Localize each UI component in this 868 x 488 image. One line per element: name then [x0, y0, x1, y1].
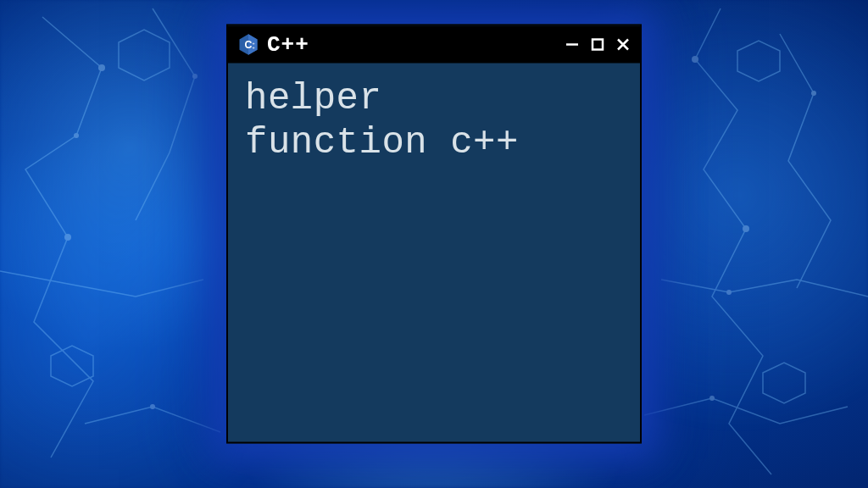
- close-button[interactable]: [615, 36, 632, 53]
- svg-point-6: [64, 234, 71, 241]
- window-titlebar: C + + C++: [228, 26, 640, 64]
- svg-point-13: [709, 396, 715, 401]
- svg-point-8: [692, 56, 698, 63]
- window-controls: [564, 36, 632, 53]
- svg-point-11: [726, 290, 732, 295]
- svg-rect-20: [593, 40, 603, 50]
- svg-point-12: [150, 404, 155, 409]
- svg-text:+: +: [253, 45, 255, 50]
- svg-marker-3: [763, 363, 805, 403]
- cpp-logo-icon: C + +: [236, 33, 260, 57]
- maximize-button[interactable]: [589, 36, 606, 53]
- svg-point-7: [192, 74, 198, 79]
- content-line-1: helper: [245, 77, 623, 121]
- minimize-button[interactable]: [564, 36, 581, 53]
- terminal-content: helper function c++: [228, 64, 640, 179]
- content-line-2: function c++: [245, 121, 623, 165]
- svg-marker-1: [737, 41, 780, 81]
- svg-text:C: C: [245, 39, 253, 51]
- svg-point-4: [98, 64, 105, 71]
- terminal-window: C + + C++ helper function c++: [226, 25, 642, 444]
- window-title: C++: [267, 32, 309, 58]
- svg-marker-0: [119, 30, 170, 80]
- svg-point-10: [811, 91, 816, 96]
- svg-marker-2: [51, 346, 93, 386]
- svg-point-5: [74, 133, 79, 138]
- svg-point-9: [743, 225, 749, 232]
